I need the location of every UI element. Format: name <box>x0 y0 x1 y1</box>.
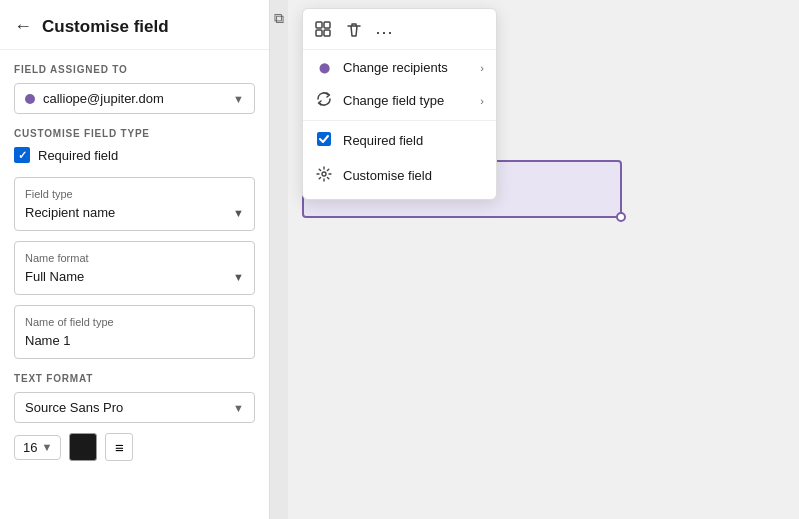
field-type-dropdown[interactable]: Recipient name ▼ <box>25 205 244 220</box>
customise-field-type-label: CUSTOMISE FIELD TYPE <box>14 128 255 139</box>
more-icon-button[interactable]: ⋯ <box>375 21 395 43</box>
font-dropdown[interactable]: Source Sans Pro ▼ <box>14 392 255 423</box>
copy-strip-icon[interactable]: ⧉ <box>274 10 284 27</box>
change-field-type-label: Change field type <box>343 93 444 108</box>
font-size-group[interactable]: 16 ▼ <box>14 435 61 460</box>
required-row: ✓ Required field <box>14 147 255 163</box>
back-button[interactable]: ← <box>14 16 32 37</box>
align-icon: ≡ <box>115 439 124 456</box>
recipients-label: Change recipients <box>343 60 448 75</box>
panel-header: ← Customise field <box>0 0 269 50</box>
name-format-chevron-icon: ▼ <box>233 271 244 283</box>
menu-item-change-recipients[interactable]: ⬤ Change recipients › <box>303 52 496 83</box>
back-icon: ← <box>14 16 32 37</box>
panel-body: FIELD ASSIGNED TO calliope@jupiter.dom ▼… <box>0 50 269 519</box>
font-size-chevron-icon: ▼ <box>41 441 52 453</box>
text-format-label: TEXT FORMAT <box>14 373 255 384</box>
required-field-check-icon <box>315 131 333 150</box>
font-chevron-icon: ▼ <box>233 402 244 414</box>
svg-rect-0 <box>316 22 322 28</box>
menu-item-left-customise: Customise field <box>315 166 432 185</box>
right-panel: ⋯ ⬤ Change recipients › Change <box>288 0 799 519</box>
name-of-field-type-value: Name 1 <box>25 333 244 348</box>
required-label: Required field <box>38 148 118 163</box>
customise-field-label: Customise field <box>343 168 432 183</box>
svg-point-5 <box>322 172 326 176</box>
name-format-value: Full Name <box>25 269 84 284</box>
menu-divider-1 <box>303 120 496 121</box>
svg-rect-3 <box>324 30 330 36</box>
menu-item-required-field[interactable]: Required field <box>303 123 496 158</box>
field-type-value: Recipient name <box>25 205 115 220</box>
required-checkbox[interactable]: ✓ <box>14 147 30 163</box>
left-panel: ← Customise field FIELD ASSIGNED TO call… <box>0 0 270 519</box>
field-assigned-label: FIELD ASSIGNED TO <box>14 64 255 75</box>
menu-item-change-field-type[interactable]: Change field type › <box>303 83 496 118</box>
more-icon: ⋯ <box>375 21 395 43</box>
name-of-field-type-group: Name of field type Name 1 <box>14 305 255 359</box>
customise-field-icon <box>315 166 333 185</box>
recipients-arrow-icon: › <box>480 62 484 74</box>
menu-item-customise-field[interactable]: Customise field <box>303 158 496 193</box>
menu-item-left-field-type: Change field type <box>315 91 444 110</box>
name-format-group: Name format Full Name ▼ <box>14 241 255 295</box>
change-field-type-arrow-icon: › <box>480 95 484 107</box>
menu-top-row: ⋯ <box>303 15 496 50</box>
delete-icon <box>345 21 363 43</box>
assigned-chevron-icon: ▼ <box>233 93 244 105</box>
name-format-dropdown[interactable]: Full Name ▼ <box>25 269 244 284</box>
assigned-dropdown[interactable]: calliope@jupiter.dom ▼ <box>14 83 255 114</box>
color-swatch[interactable] <box>69 433 97 461</box>
name-format-label: Name format <box>25 252 244 264</box>
middle-strip: ⧉ <box>270 0 288 519</box>
context-menu: ⋯ ⬤ Change recipients › Change <box>302 8 497 200</box>
recipients-dot-icon: ⬤ <box>315 62 333 73</box>
delete-icon-button[interactable] <box>345 21 363 43</box>
change-field-type-icon <box>315 91 333 110</box>
text-format-row: 16 ▼ ≡ <box>14 433 255 461</box>
grid-icon <box>315 21 333 43</box>
grid-icon-button[interactable] <box>315 21 333 43</box>
field-resize-handle[interactable] <box>616 212 626 222</box>
font-name: Source Sans Pro <box>25 400 123 415</box>
menu-item-left-recipients: ⬤ Change recipients <box>315 60 448 75</box>
assigned-email: calliope@jupiter.dom <box>43 91 233 106</box>
checkbox-check-icon: ✓ <box>18 149 27 162</box>
name-of-field-type-label: Name of field type <box>25 316 244 328</box>
text-align-button[interactable]: ≡ <box>105 433 133 461</box>
font-size-value: 16 <box>23 440 37 455</box>
field-type-chevron-icon: ▼ <box>233 207 244 219</box>
field-type-group: Field type Recipient name ▼ <box>14 177 255 231</box>
panel-title: Customise field <box>42 17 169 37</box>
svg-rect-1 <box>324 22 330 28</box>
menu-item-left-required: Required field <box>315 131 423 150</box>
field-type-label: Field type <box>25 188 244 200</box>
required-field-label: Required field <box>343 133 423 148</box>
assigned-dot-icon <box>25 94 35 104</box>
svg-rect-2 <box>316 30 322 36</box>
